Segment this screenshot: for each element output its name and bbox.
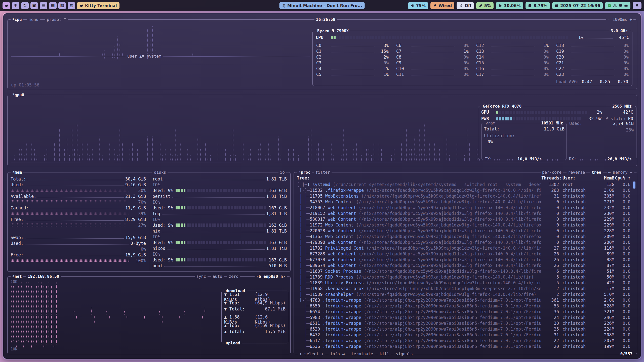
cpu-usage-module[interactable]: 5% [476,2,494,9]
process-row[interactable]: │ ├─689674 Web Content (/nix/store/fqadd… [297,262,630,268]
disk-name-row[interactable]: nix1,81 TiB [152,228,287,234]
process-row[interactable]: │ ├─11968 .keepassxc-prox (/nix/store/bs… [297,286,630,291]
display-icon[interactable] [619,4,622,8]
scrollbar-thumb[interactable] [633,182,635,189]
interface-selector[interactable]: ‹b enp8s0 n› [255,274,287,279]
process-row[interactable]: │ └─11539 crashhelper (/nix/store/fqadd0… [297,291,630,297]
process-name: Utility Process [325,280,367,285]
process-row[interactable]: [-]─4783 .ferdium-wrappe (/nix/store/a1p… [297,297,630,303]
process-row[interactable]: │ ├─219152 Web Content (/nix/store/fqadd… [297,210,630,216]
process-row[interactable]: │ ├─220028 Web Content (/nix/store/fqadd… [297,228,630,234]
process-row[interactable]: │ ├─479390 Web Content (/nix/store/fqadd… [297,239,630,245]
process-row[interactable]: ├─6472 .ferdium-wrappe (/nix/store/a1pj8… [297,332,630,338]
graph-column [76,316,77,319]
process-row[interactable]: │ ├─11607 Socket Process (/nix/store/fqa… [297,268,630,274]
disk-name: boot [152,263,163,268]
process-name: Web Content [328,263,359,268]
process-row[interactable]: ├─6536 .ferdium-wrappe (/nix/store/a1pj8… [297,343,630,349]
window-title-button[interactable]: Kitty Terminal [77,2,119,9]
memory-stat-row: Used:0-Byte [11,240,146,246]
gpu-usage-percent: 2% [591,110,602,115]
process-row[interactable]: ├─5983 .ferdium-wrappe (/nix/store/a1pj8… [297,314,630,320]
proc-toggle-per-core[interactable]: per-core [541,170,563,175]
graph-column [99,136,101,161]
process-row[interactable]: │ ├─11732 Privileged Cont (/nix/store/fq… [297,245,630,251]
check-circle-icon[interactable] [608,4,611,8]
workspace-8[interactable]: ▨ [68,2,75,9]
disk-name-row[interactable]: root1,81 TiB [152,176,287,182]
disk-name-row[interactable]: nixos1,81 TiB [152,245,287,251]
disk-name-row[interactable]: log1,81 TiB [152,211,287,216]
header-user[interactable]: User: [559,175,592,180]
disk-name-row[interactable]: persist1,81 TiB [152,193,287,199]
process-row[interactable]: │ ├─11972 Web Content (/nix/store/fqadd0… [297,222,630,228]
net-toggle-zero[interactable]: zero [227,274,240,279]
process-row[interactable]: │ ├─41363 Web Content (/nix/store/fqadd0… [297,234,630,239]
music-module[interactable]: ♫Minuit Machine - Don't Run Fro... [279,2,365,9]
process-row[interactable]: │ ├─11795 WebExtensions (/nix/store/fqad… [297,193,630,199]
process-row[interactable]: │ ├─11739 RDD Process (/nix/store/fqadd0… [297,274,630,280]
disks-io-toggle[interactable]: io [278,170,286,175]
notifications-button[interactable] [633,2,641,9]
proc-action-select[interactable]: ↑ select ↓ [298,351,325,356]
process-row[interactable]: ├─6520 .ferdium-wrappe (/nix/store/a1pj8… [297,326,630,332]
clock-module[interactable]: 2025-07-22 16:36 [552,2,603,9]
workspace-4[interactable]: ▣ [30,2,38,9]
process-row[interactable]: ├─6350 .ferdium-wrappe (/nix/store/a1pj8… [297,303,630,309]
core-percent: 0% [617,49,629,54]
net-toggle-sync[interactable]: sync [195,274,208,279]
workspace-nix[interactable]: ❄ [12,2,19,9]
disk-name-row[interactable]: boot510 MiB [152,263,287,268]
vram-total-label: Total: [484,126,499,131]
disk-io-label: IO% [152,182,160,187]
process-row[interactable]: │ ├─673038 Web Content (/nix/store/fqadd… [297,257,630,262]
process-row[interactable]: [-]─11532 .firefox-wrappe (/nix/store/fq… [297,187,630,193]
process-user: christoph [559,309,592,314]
header-memory[interactable]: MemB [592,175,614,180]
preset-button[interactable]: preset * [45,17,68,22]
update-interval-control[interactable]: - 1000ms + [606,17,633,22]
workspace-6[interactable]: ▦ [49,2,57,9]
core-percent: 0% [537,72,549,77]
bluetooth-module[interactable]: Off [457,2,474,9]
proc-action-terminate[interactable]: terminate [350,351,375,356]
dotted-leader [167,246,265,250]
process-row[interactable]: │ ├─673288 Web Content (/nix/store/fqadd… [297,251,630,257]
volume-module[interactable]: 75% [408,2,428,9]
process-name: Web Content [325,222,356,228]
workspace-7[interactable]: ▧ [58,2,66,9]
header-tree[interactable]: Tree: [297,175,541,180]
network-module[interactable]: Wired [430,2,454,9]
header-threads[interactable]: Threads: [541,175,559,180]
header-cpu[interactable]: Cpu% ↑ [614,175,630,180]
proc-action-kill[interactable]: kill [378,351,391,356]
process-pid: 220028 [310,228,328,233]
lan-icon[interactable] [613,4,617,8]
process-row[interactable]: │ ├─580017 Web Content (/nix/store/fqadd… [297,216,630,222]
process-row[interactable]: │ ├─218067 Web Content (/nix/store/fqadd… [297,205,630,210]
keyboard-icon[interactable] [624,4,628,8]
process-row[interactable]: │ ├─11839 Utility Process (/nix/store/fq… [297,280,630,286]
memory-history-band [11,259,129,262]
system-tray[interactable] [605,2,630,9]
process-row[interactable]: ├─6517 .ferdium-wrappe (/nix/store/a1pj8… [297,338,630,343]
disk-usage-module[interactable]: 8.79% [526,2,550,9]
workspace-5[interactable]: ▤ [40,2,47,9]
proc-toggle-tree[interactable]: tree [590,170,603,175]
proc-toggle-reverse[interactable]: reverse [567,170,586,175]
filter-button[interactable]: filter [314,170,332,175]
process-row[interactable]: [-]─1 systemd (/run/current-system/syste… [297,182,630,187]
process-row[interactable]: ├─6511 .ferdium-wrappe (/nix/store/a1pj8… [297,320,630,326]
proc-action-info[interactable]: info ↵ [329,351,346,356]
process-row[interactable]: │ ├─94753 Web Content (/nix/store/fqadd0… [297,199,630,205]
memory-usage-module[interactable]: 30.06% [496,2,523,9]
process-row[interactable]: ├─6654 .ferdium-wrappe (/nix/store/a1pj8… [297,309,630,314]
workspace-refresh[interactable]: ↻ [21,2,29,9]
workspace-cat[interactable] [3,2,10,9]
process-command: │ ├─11795 WebExtensions (/nix/store/fqad… [297,194,541,199]
sort-column-selector[interactable]: ← memory → [607,170,634,175]
graph-column [421,149,423,161]
menu-button[interactable]: menu [27,17,40,22]
net-toggle-auto[interactable]: auto [211,274,224,279]
proc-action-signals[interactable]: signals [394,351,414,356]
